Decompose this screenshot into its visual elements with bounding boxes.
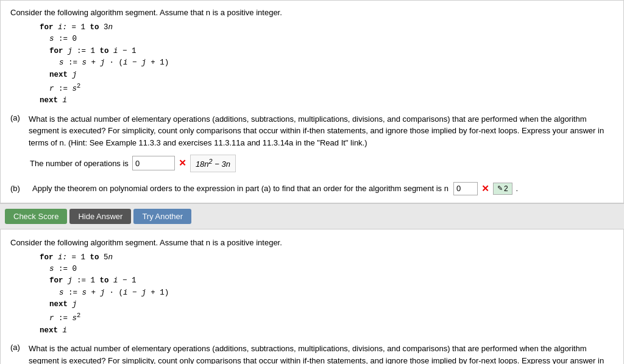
- section2-intro: Consider the following algorithm segment…: [10, 238, 614, 247]
- part-b-row: (b) Apply the theorem on polynomial orde…: [10, 182, 614, 195]
- hint-box-a: 18n2 − 3n: [190, 155, 236, 172]
- code-line-2: s := 0: [49, 33, 614, 45]
- part-b-text: Apply the theorem on polynomial orders t…: [32, 184, 448, 193]
- s2-code-line-7: next i: [40, 325, 614, 337]
- button-bar: Check Score Hide Answer Try Another: [0, 203, 624, 229]
- page-wrapper: Consider the following algorithm segment…: [0, 0, 624, 364]
- s2-code-line-1: for i: = 1 to 5n: [40, 252, 614, 264]
- code-line-1: for i: = 1 to 3n: [40, 22, 614, 33]
- s2-code-line-4: s := s + j · (i − j + 1): [59, 287, 614, 299]
- s2-code-line-5: next j: [49, 299, 614, 310]
- part-a-input[interactable]: [132, 156, 175, 170]
- pencil-icon: ✎: [497, 184, 503, 192]
- s2-code-line-6: r := s2: [49, 310, 614, 325]
- s2-code-line-3: for j := 1 to i − 1: [49, 275, 614, 287]
- try-another-button[interactable]: Try Another: [133, 209, 191, 224]
- period-a: [239, 159, 242, 168]
- x-mark-a: ✕: [179, 158, 186, 169]
- code-block-1: for i: = 1 to 3n s := 0 for j := 1 to i …: [40, 22, 614, 107]
- s2-code-line-2: s := 0: [49, 264, 614, 275]
- exponent-box: ✎ 2: [493, 183, 512, 195]
- part-a-container: (a) What is the actual number of element…: [10, 113, 614, 149]
- code-line-5: next j: [49, 69, 614, 81]
- code-line-6: r := s2: [49, 81, 614, 96]
- part-a-text: What is the actual number of elementary …: [29, 113, 614, 149]
- code-line-3: for j := 1 to i − 1: [49, 46, 614, 57]
- part-b-period: .: [516, 184, 519, 193]
- s2-part-a-label: (a): [10, 343, 25, 352]
- part-b-base-input[interactable]: [453, 182, 478, 195]
- hide-answer-button[interactable]: Hide Answer: [69, 209, 131, 224]
- exponent-value: 2: [504, 184, 508, 193]
- check-score-button[interactable]: Check Score: [5, 209, 67, 224]
- code-line-4: s := s + j · (i − j + 1): [59, 57, 614, 69]
- section-2: Consider the following algorithm segment…: [0, 229, 624, 364]
- s2-part-a-container: (a) What is the actual number of element…: [10, 343, 614, 364]
- code-line-7: next i: [40, 95, 614, 107]
- part-b-container: (b) Apply the theorem on polynomial orde…: [10, 182, 614, 195]
- s2-part-a-text: What is the actual number of elementary …: [29, 343, 614, 364]
- section1-intro: Consider the following algorithm segment…: [10, 8, 614, 17]
- x-mark-b: ✕: [481, 183, 489, 194]
- part-a-answer-row: The number of operations is ✕ 18n2 − 3n: [30, 155, 614, 172]
- code-block-2: for i: = 1 to 5n s := 0 for j := 1 to i …: [40, 252, 614, 337]
- part-a-label: (a): [10, 113, 25, 122]
- part-b-label: (b): [10, 184, 25, 193]
- section-1: Consider the following algorithm segment…: [0, 0, 624, 203]
- answer-label: The number of operations is: [30, 159, 129, 168]
